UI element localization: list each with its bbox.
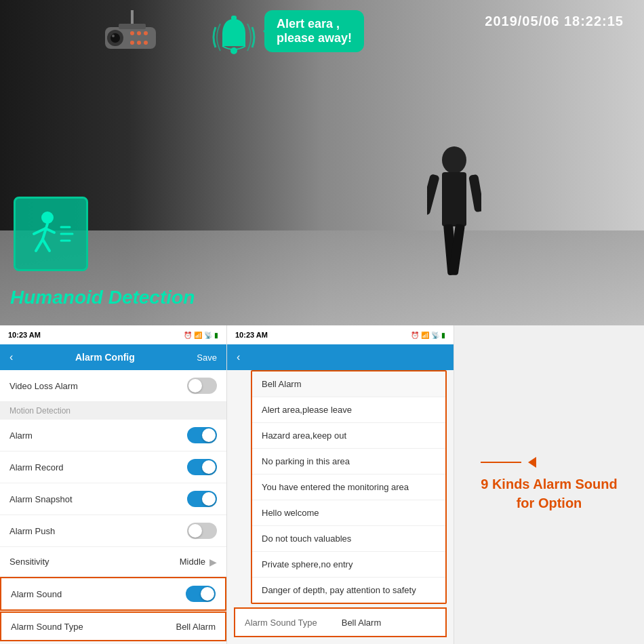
alarm-snapshot-toggle[interactable] bbox=[187, 491, 217, 507]
annotation-section: 9 Kinds Alarm Sound for Option bbox=[454, 325, 644, 644]
alarm-record-label: Alarm Record bbox=[9, 462, 63, 472]
bell-icon bbox=[210, 14, 258, 64]
svg-point-13 bbox=[144, 31, 148, 35]
wifi-icon: 📡 bbox=[204, 331, 212, 339]
left-status-time: 10:23 AM bbox=[8, 331, 41, 339]
dropdown-item-danger-depth[interactable]: Danger of depth, pay attention to safety bbox=[252, 578, 445, 603]
right-nav-bar: ‹ bbox=[227, 344, 454, 370]
person-figure bbox=[427, 146, 481, 285]
left-phone-panel: 10:23 AM ⏰ 📶 📡 ▮ ‹ Alarm Config Save Vid… bbox=[0, 325, 227, 644]
right-status-time: 10:23 AM bbox=[235, 331, 268, 339]
svg-rect-1 bbox=[442, 172, 466, 226]
svg-point-10 bbox=[112, 35, 115, 37]
left-save-button[interactable]: Save bbox=[197, 353, 217, 363]
svg-point-14 bbox=[130, 41, 134, 45]
sensitivity-label: Sensitivity bbox=[9, 557, 49, 567]
camera-section: Alert eara , please away! 2019/05/06 18:… bbox=[0, 0, 644, 325]
alarm-push-label: Alarm Push bbox=[9, 526, 55, 536]
alarm-sound-type-row[interactable]: Alarm Sound Type Bell Alarm bbox=[0, 611, 226, 641]
svg-rect-5 bbox=[468, 174, 481, 213]
alarm-toggle[interactable] bbox=[187, 427, 217, 443]
right-battery-icon: ▮ bbox=[441, 331, 445, 339]
camera-device bbox=[95, 10, 169, 60]
right-alarm-sound-type-value: Bell Alarm bbox=[342, 618, 382, 628]
alert-bubble: Alert eara , please away! bbox=[264, 10, 364, 52]
svg-point-16 bbox=[144, 41, 148, 45]
alarm-snapshot-row: Alarm Snapshot bbox=[0, 483, 226, 515]
humanoid-detection-label: Humanoid Detection bbox=[10, 287, 195, 308]
alarm-snapshot-label: Alarm Snapshot bbox=[9, 494, 73, 504]
alarm-push-row: Alarm Push bbox=[0, 515, 226, 547]
svg-point-9 bbox=[110, 33, 120, 43]
svg-rect-4 bbox=[427, 174, 440, 216]
svg-rect-19 bbox=[231, 16, 237, 20]
dropdown-item-no-touch[interactable]: Do not touch valuables bbox=[252, 526, 445, 552]
video-loss-alarm-label: Video Loss Alarm bbox=[9, 381, 78, 391]
right-status-bar: 10:23 AM ⏰ 📶 📡 ▮ bbox=[227, 325, 454, 344]
alarm-row: Alarm bbox=[0, 420, 226, 451]
alarm-record-row: Alarm Record bbox=[0, 451, 226, 483]
svg-line-23 bbox=[43, 239, 49, 251]
alarm-record-toggle[interactable] bbox=[187, 459, 217, 475]
alarm-sound-row: Alarm Sound bbox=[0, 577, 226, 611]
right-alarm-icon: ⏰ bbox=[411, 331, 419, 339]
video-loss-alarm-row: Video Loss Alarm bbox=[0, 370, 226, 402]
svg-rect-17 bbox=[119, 24, 146, 29]
ground bbox=[0, 230, 644, 325]
right-status-icons: ⏰ 📶 📡 ▮ bbox=[411, 331, 445, 339]
alarm-sound-type-label: Alarm Sound Type bbox=[11, 622, 83, 632]
annotation-box: 9 Kinds Alarm Sound for Option bbox=[481, 457, 618, 512]
right-alarm-sound-type-row[interactable]: Alarm Sound Type Bell Alarm bbox=[234, 607, 447, 637]
dropdown-item-entered-monitoring[interactable]: You have entered the monitoring area bbox=[252, 475, 445, 500]
left-back-button[interactable]: ‹ bbox=[9, 351, 13, 363]
alarm-sound-label: Alarm Sound bbox=[11, 589, 62, 599]
left-nav-bar: ‹ Alarm Config Save bbox=[0, 344, 226, 370]
dropdown-item-hazard-area[interactable]: Hazard area,keep out bbox=[252, 423, 445, 449]
sensitivity-arrow: ▶ bbox=[209, 557, 217, 567]
svg-point-20 bbox=[41, 212, 54, 224]
dropdown-item-alert-area[interactable]: Alert area,please leave bbox=[252, 397, 445, 423]
dropdown-item-no-parking[interactable]: No parking in this area bbox=[252, 449, 445, 475]
left-nav-title: Alarm Config bbox=[75, 352, 135, 363]
bottom-section: 10:23 AM ⏰ 📶 📡 ▮ ‹ Alarm Config Save Vid… bbox=[0, 325, 644, 644]
alarm-sound-toggle[interactable] bbox=[186, 586, 216, 602]
svg-point-12 bbox=[137, 31, 141, 35]
sensitivity-row: Sensitivity Middle ▶ bbox=[0, 547, 226, 577]
alarm-push-toggle[interactable] bbox=[187, 523, 217, 539]
left-settings-list: Video Loss Alarm Motion Detection Alarm … bbox=[0, 370, 226, 641]
motion-icon-box bbox=[14, 197, 88, 271]
annotation-arrowhead bbox=[528, 457, 536, 468]
svg-point-15 bbox=[137, 41, 141, 45]
alarm-icon: ⏰ bbox=[184, 331, 192, 339]
svg-point-11 bbox=[130, 31, 134, 35]
motion-detection-header: Motion Detection bbox=[0, 402, 226, 420]
annotation-arrow-container bbox=[481, 457, 618, 468]
battery-icon: ▮ bbox=[214, 331, 218, 339]
dropdown-item-bell-alarm[interactable]: Bell Alarm bbox=[252, 371, 445, 397]
alarm-sound-type-value: Bell Alarm bbox=[176, 622, 216, 632]
dropdown-item-hello-welcome[interactable]: Hello welcome bbox=[252, 500, 445, 526]
sensitivity-value: Middle bbox=[180, 557, 205, 567]
video-loss-toggle[interactable] bbox=[187, 378, 217, 394]
svg-line-21 bbox=[43, 224, 47, 239]
svg-point-18 bbox=[230, 47, 237, 54]
svg-line-25 bbox=[45, 228, 54, 233]
annotation-text: 9 Kinds Alarm Sound for Option bbox=[481, 475, 618, 512]
left-status-bar: 10:23 AM ⏰ 📶 📡 ▮ bbox=[0, 325, 226, 344]
svg-line-22 bbox=[36, 239, 43, 251]
alarm-sound-dropdown[interactable]: Bell Alarm Alert area,please leave Hazar… bbox=[251, 370, 447, 604]
alarm-label: Alarm bbox=[9, 430, 33, 441]
right-alarm-sound-type-label: Alarm Sound Type bbox=[245, 618, 317, 628]
annotation-line bbox=[481, 462, 521, 463]
datetime-display: 2019/05/06 18:22:15 bbox=[485, 14, 624, 29]
svg-point-0 bbox=[442, 146, 466, 174]
left-status-icons: ⏰ 📶 📡 ▮ bbox=[184, 331, 218, 339]
signal-icon: 📶 bbox=[194, 331, 202, 339]
right-phone-panel: 10:23 AM ⏰ 📶 📡 ▮ ‹ Bell Alarm Alert area… bbox=[227, 325, 454, 644]
right-back-button[interactable]: ‹ bbox=[237, 351, 240, 363]
right-signal-icon: 📶 bbox=[421, 331, 429, 339]
dropdown-item-private-sphere[interactable]: Private sphere,no entry bbox=[252, 552, 445, 578]
right-wifi-icon: 📡 bbox=[431, 331, 439, 339]
